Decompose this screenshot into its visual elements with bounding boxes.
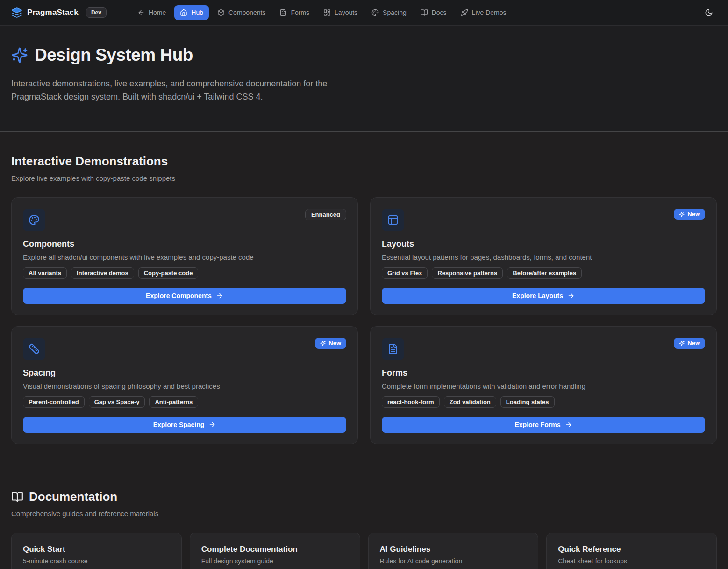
nav-item-label: Components [228,9,265,16]
badge-label: New [687,211,700,218]
nav-item-label: Layouts [335,9,357,16]
card-description: Full design system guide [201,557,349,565]
sparkles-icon [320,341,326,346]
nav-item-label: Home [149,9,166,16]
button-label: Explore Forms [514,421,560,428]
sparkles-icon [679,212,685,217]
demo-card-layouts[interactable]: New Layouts Essential layout patterns fo… [370,197,717,315]
new-badge: New [674,338,705,349]
card-title: Forms [382,368,705,378]
moon-icon [705,8,713,17]
nav-item-components[interactable]: Components [212,5,271,20]
arrow-right-icon [567,292,575,299]
card-description: Complete form implementations with valid… [382,382,705,390]
arrow-left-icon [137,9,145,16]
nav-item-label: Forms [291,9,309,16]
file-text-icon [382,338,404,360]
tag-row: All variants Interactive demos Copy-past… [23,267,346,279]
docs-section-header: Documentation Comprehensive guides and r… [11,467,717,518]
card-title: Spacing [23,368,346,378]
tag: Loading states [500,396,555,408]
badge-label: New [328,340,341,347]
new-badge: New [315,338,346,349]
explore-layouts-button[interactable]: Explore Layouts [382,288,705,304]
tag: All variants [23,267,67,279]
card-title: Quick Start [23,545,170,554]
palette-icon [371,9,379,16]
tag: Zod validation [444,396,496,408]
new-badge: New [674,209,705,220]
badge-label: New [687,340,700,347]
nav-item-home[interactable]: Home [132,5,171,20]
palette-icon [23,209,45,231]
demo-card-forms[interactable]: New Forms Complete form implementations … [370,326,717,444]
dev-badge: Dev [86,7,107,18]
nav-item-hub[interactable]: Hub [174,5,209,20]
nav-item-label: Hub [191,9,203,16]
tag: Interactive demos [71,267,134,279]
tag-row: Grid vs Flex Responsive patterns Before/… [382,267,705,279]
nav-item-docs[interactable]: Docs [415,5,452,20]
doc-card-ai-guidelines[interactable]: AI Guidelines Rules for AI code generati… [368,533,539,569]
brand-name: PragmaStack [27,8,79,17]
tag-row: react-hook-form Zod validation Loading s… [382,396,705,408]
layers-icon [11,7,22,18]
button-label: Explore Components [146,292,212,299]
tag: Grid vs Flex [382,267,428,279]
sparkles-icon [679,341,685,346]
layout-dashboard-icon [323,9,331,16]
explore-forms-button[interactable]: Explore Forms [382,417,705,433]
page-subtitle: Interactive demonstrations, live example… [11,77,362,103]
docs-subheading: Comprehensive guides and reference mater… [11,510,717,518]
doc-card-complete-documentation[interactable]: Complete Documentation Full design syste… [190,533,360,569]
nav-item-layouts[interactable]: Layouts [318,5,363,20]
book-open-icon [421,9,428,16]
arrow-right-icon [208,421,216,428]
file-text-icon [279,9,287,16]
card-description: Visual demonstrations of spacing philoso… [23,382,346,390]
hero-section: Design System Hub Interactive demonstrat… [0,26,728,132]
demo-card-spacing[interactable]: New Spacing Visual demonstrations of spa… [11,326,358,444]
demos-section-header: Interactive Demonstrations Explore live … [11,132,717,182]
rocket-icon [461,9,468,16]
card-title: Complete Documentation [201,545,349,554]
nav-menu: Home Hub Components Forms Layouts [132,5,512,20]
docs-heading-label: Documentation [29,490,117,504]
nav-item-forms[interactable]: Forms [274,5,315,20]
nav-item-live-demos[interactable]: Live Demos [455,5,512,20]
nav-item-label: Spacing [383,9,407,16]
nav-item-spacing[interactable]: Spacing [366,5,412,20]
card-title: AI Guidelines [380,545,527,554]
tag-row: Parent-controlled Gap vs Space-y Anti-pa… [23,396,346,408]
tag: Copy-paste code [138,267,199,279]
box-icon [217,9,225,16]
card-description: Explore all shadcn/ui components with li… [23,253,346,261]
demos-subheading: Explore live examples with copy-paste co… [11,174,717,182]
theme-toggle-button[interactable] [701,5,717,21]
main-content: Interactive Demonstrations Explore live … [0,132,728,569]
brand[interactable]: PragmaStack Dev [11,7,107,18]
ruler-icon [23,338,45,360]
doc-card-quick-reference[interactable]: Quick Reference Cheat sheet for lookups [546,533,717,569]
demo-card-components[interactable]: Enhanced Components Explore all shadcn/u… [11,197,358,315]
card-title: Layouts [382,239,705,249]
doc-card-quick-start[interactable]: Quick Start 5-minute crash course [11,533,182,569]
tag: Gap vs Space-y [89,396,145,408]
tag: Parent-controlled [23,396,85,408]
tag: Before/after examples [507,267,582,279]
button-label: Explore Layouts [512,292,563,299]
demos-heading: Interactive Demonstrations [11,154,717,169]
explore-spacing-button[interactable]: Explore Spacing [23,417,346,433]
button-label: Explore Spacing [153,421,205,428]
arrow-right-icon [565,421,572,428]
top-nav: PragmaStack Dev Home Hub Components Fo [0,0,728,26]
explore-components-button[interactable]: Explore Components [23,288,346,304]
doc-card-grid: Quick Start 5-minute crash course Comple… [11,533,717,569]
card-description: Rules for AI code generation [380,557,527,565]
card-title: Components [23,239,346,249]
card-description: Cheat sheet for lookups [558,557,705,565]
sparkles-icon [11,47,28,64]
status-badge: Enhanced [305,209,346,220]
docs-heading: Documentation [11,490,717,504]
panels-top-left-icon [382,209,404,231]
